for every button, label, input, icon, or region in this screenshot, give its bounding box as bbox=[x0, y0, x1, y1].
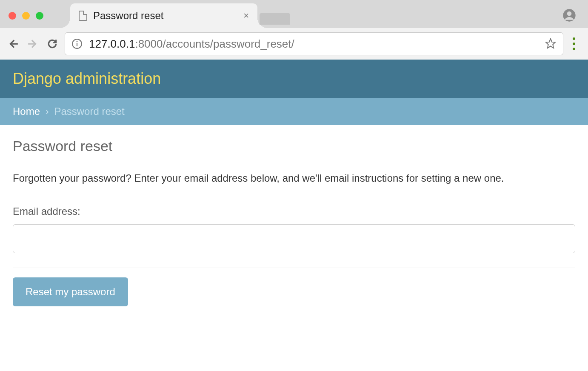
url-host: 127.0.0.1 bbox=[89, 37, 135, 50]
tab-close-button[interactable]: × bbox=[243, 11, 249, 20]
browser-chrome: Password reset × 127.0.0.1:8000/accounts… bbox=[0, 0, 588, 60]
breadcrumb-current: Password reset bbox=[54, 106, 124, 117]
window-maximize-button[interactable] bbox=[36, 12, 43, 20]
url-path: :8000/accounts/password_reset/ bbox=[135, 37, 294, 50]
main-content: Password reset Forgotten your password? … bbox=[0, 125, 588, 332]
browser-toolbar: 127.0.0.1:8000/accounts/password_reset/ bbox=[0, 28, 588, 60]
address-bar[interactable]: 127.0.0.1:8000/accounts/password_reset/ bbox=[65, 32, 563, 55]
reset-password-button[interactable]: Reset my password bbox=[13, 277, 128, 306]
back-button[interactable] bbox=[6, 37, 20, 51]
forward-button[interactable] bbox=[26, 37, 40, 51]
site-title: Django administration bbox=[13, 70, 575, 88]
email-field-row: Email address: bbox=[13, 205, 575, 253]
site-info-icon[interactable] bbox=[71, 38, 83, 50]
svg-point-4 bbox=[77, 41, 78, 42]
profile-icon[interactable] bbox=[562, 9, 576, 24]
browser-menu-button[interactable] bbox=[568, 37, 579, 50]
window-close-button[interactable] bbox=[9, 12, 16, 20]
window-controls bbox=[9, 12, 43, 20]
window-minimize-button[interactable] bbox=[22, 12, 30, 20]
breadcrumb: Home › Password reset bbox=[0, 98, 588, 125]
email-input[interactable] bbox=[13, 224, 575, 253]
email-label: Email address: bbox=[13, 205, 575, 217]
bookmark-star-icon[interactable] bbox=[545, 38, 557, 50]
new-tab-button[interactable] bbox=[260, 13, 290, 25]
site-header: Django administration bbox=[0, 60, 588, 98]
page-icon bbox=[79, 11, 87, 21]
tab-title: Password reset bbox=[93, 10, 237, 22]
url-display: 127.0.0.1:8000/accounts/password_reset/ bbox=[89, 37, 294, 51]
browser-tab[interactable]: Password reset × bbox=[70, 3, 257, 28]
svg-marker-5 bbox=[546, 39, 555, 48]
svg-point-1 bbox=[567, 11, 572, 16]
help-text: Forgotten your password? Enter your emai… bbox=[13, 171, 575, 186]
submit-row: Reset my password bbox=[13, 268, 575, 306]
reload-button[interactable] bbox=[45, 37, 60, 51]
tab-strip: Password reset × bbox=[0, 0, 588, 28]
breadcrumb-separator: › bbox=[46, 106, 49, 117]
page-title: Password reset bbox=[13, 138, 575, 154]
breadcrumb-home-link[interactable]: Home bbox=[13, 106, 40, 117]
